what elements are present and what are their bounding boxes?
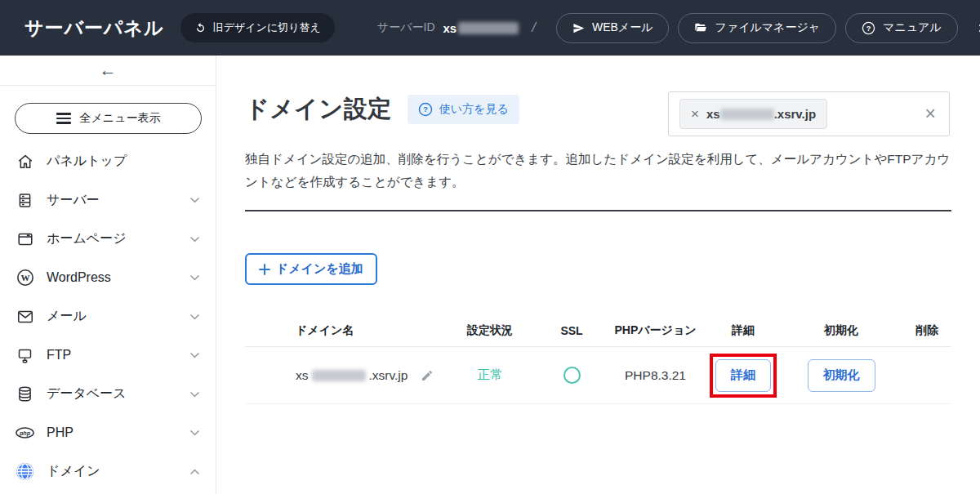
domain-table-header: ドメイン名 設定状況 SSL PHPバージョン 詳細 初期化 削除 xyxy=(245,314,951,347)
top-header: サーバーパネル 旧デザインに切り替え サーバーID xs / WEBメール ファ… xyxy=(0,0,980,56)
plus-icon xyxy=(259,264,270,275)
gear-icon xyxy=(977,17,980,39)
redacted-domain xyxy=(720,109,774,120)
php-icon: php xyxy=(16,424,34,443)
chevron-down-icon xyxy=(189,314,200,320)
switch-old-design-button[interactable]: 旧デザインに切り替え xyxy=(180,13,335,42)
chip-domain-prefix: xs xyxy=(706,107,720,121)
sidebar-item-mail[interactable]: メール xyxy=(0,297,216,336)
row-domain-suffix: .xsrv.jp xyxy=(369,368,408,383)
sidebar-item-wordpress[interactable]: W WordPress xyxy=(0,259,216,298)
chip-remove-icon[interactable]: × xyxy=(691,107,699,121)
cell-initialize: 初期化 xyxy=(780,359,902,392)
col-delete: 削除 xyxy=(902,323,951,338)
chevron-down-icon xyxy=(189,352,200,358)
folder-open-icon xyxy=(694,21,707,34)
main-content: ドメイン設定 ? 使い方を見る × xs .xsrv.jp × 独自ドメ xyxy=(216,56,980,494)
add-domain-button[interactable]: ドメインを追加 xyxy=(245,253,377,285)
sidebar-item-domain[interactable]: ドメイン xyxy=(0,452,216,492)
chip-domain-suffix: .xsrv.jp xyxy=(774,107,816,121)
mail-icon xyxy=(16,307,34,326)
separator: / xyxy=(532,20,536,36)
cell-status: 正常 xyxy=(441,367,539,384)
sidebar-item-ftp[interactable]: FTP xyxy=(0,336,216,376)
question-circle-icon: ? xyxy=(418,102,433,117)
chevron-down-icon xyxy=(189,274,200,281)
all-menu-button[interactable]: 全メニュー表示 xyxy=(15,103,202,134)
redacted-domain xyxy=(312,370,366,381)
cell-ssl xyxy=(539,367,604,384)
sidebar-item-panel-top[interactable]: パネルトップ xyxy=(0,142,216,181)
browser-window-icon xyxy=(16,229,34,248)
detail-button[interactable]: 詳細 xyxy=(715,359,771,392)
sidebar-collapse-button[interactable]: ← xyxy=(0,56,216,86)
paper-plane-icon xyxy=(572,22,585,34)
sidebar-item-server[interactable]: サーバー xyxy=(0,181,216,220)
cell-domain-name: xs .xsrv.jp xyxy=(245,368,441,383)
col-domain-name: ドメイン名 xyxy=(245,323,441,338)
page-description: 独自ドメイン設定の追加、削除を行うことができます。追加したドメイン設定を利用して… xyxy=(245,148,954,193)
home-icon xyxy=(16,152,34,171)
redacted-server-id xyxy=(458,22,519,34)
svg-text:php: php xyxy=(19,430,31,437)
annotation-highlight-box: 詳細 xyxy=(710,354,777,398)
row-domain-prefix: xs xyxy=(296,368,309,383)
domain-table: ドメイン名 設定状況 SSL PHPバージョン 詳細 初期化 削除 xs .xs… xyxy=(245,314,951,404)
manual-button[interactable]: ? マニュアル xyxy=(845,13,958,43)
cell-detail: 詳細 xyxy=(706,354,780,398)
app-title: サーバーパネル xyxy=(24,16,164,41)
cell-php-version: PHP8.3.21 xyxy=(604,368,706,383)
col-ssl: SSL xyxy=(539,324,604,337)
col-status: 設定状況 xyxy=(441,323,539,338)
chevron-down-icon xyxy=(189,197,200,203)
back-arrow-icon: ← xyxy=(100,60,117,80)
chevron-down-icon xyxy=(189,429,200,436)
svg-text:W: W xyxy=(20,273,29,283)
how-to-use-link[interactable]: ? 使い方を見る xyxy=(408,95,519,124)
sidebar: ← 全メニュー表示 パネルトップ サーバー xyxy=(0,56,216,494)
col-detail: 詳細 xyxy=(706,323,780,338)
webmail-button[interactable]: WEBメール xyxy=(556,13,670,43)
domain-filter-chip[interactable]: × xs .xsrv.jp xyxy=(679,99,827,129)
chevron-down-icon xyxy=(189,391,200,398)
domain-search-box[interactable]: × xs .xsrv.jp × xyxy=(668,91,950,136)
section-divider xyxy=(245,210,951,211)
database-icon xyxy=(16,385,34,403)
question-circle-icon: ? xyxy=(862,21,875,35)
chevron-down-icon xyxy=(189,236,200,243)
server-icon xyxy=(16,191,34,210)
refresh-icon xyxy=(194,22,207,34)
chevron-up-icon xyxy=(189,469,200,475)
server-id-prefix: xs xyxy=(443,21,457,35)
hamburger-icon xyxy=(56,113,71,124)
page-title: ドメイン設定 xyxy=(245,93,392,126)
edit-domain-button[interactable] xyxy=(416,368,439,383)
sidebar-item-php[interactable]: php PHP xyxy=(0,414,216,453)
col-php-version: PHPバージョン xyxy=(604,323,706,338)
sidebar-item-homepage[interactable]: ホームページ xyxy=(0,220,216,259)
file-manager-button[interactable]: ファイルマネージャ xyxy=(678,13,836,43)
server-id: サーバーID xs / xyxy=(377,20,547,36)
table-row: xs .xsrv.jp 正常 PHP8.3.21 詳細 xyxy=(245,347,951,404)
col-initialize: 初期化 xyxy=(780,323,902,338)
settings-gear-button[interactable] xyxy=(972,16,980,40)
svg-text:?: ? xyxy=(866,24,871,32)
ssl-status-circle-icon xyxy=(564,367,581,384)
sidebar-item-database[interactable]: データベース xyxy=(0,375,216,414)
globe-icon xyxy=(16,462,34,481)
svg-text:?: ? xyxy=(423,105,428,113)
sidebar-menu: パネルトップ サーバー ホームページ W WordPress xyxy=(0,142,216,492)
wordpress-icon: W xyxy=(16,269,34,287)
pencil-icon xyxy=(421,369,434,382)
initialize-button[interactable]: 初期化 xyxy=(808,359,875,392)
close-icon: × xyxy=(925,103,936,124)
search-clear-button[interactable]: × xyxy=(923,105,938,123)
ftp-monitor-icon xyxy=(16,346,34,365)
